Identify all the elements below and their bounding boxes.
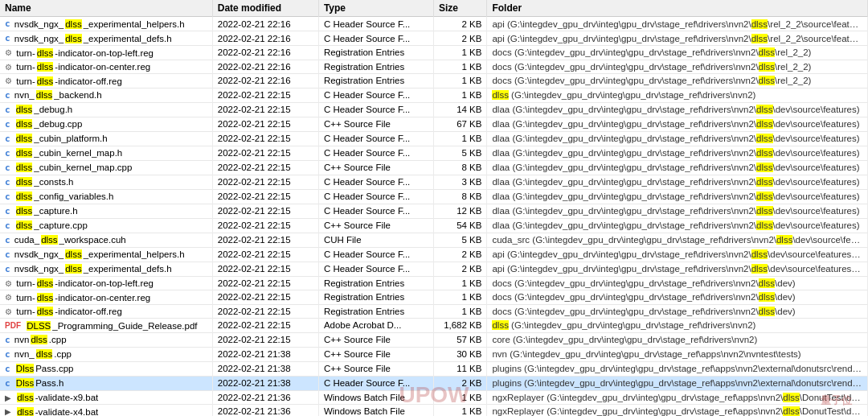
table-row[interactable]: c DlssPass.cpp2022-02-21 21:38C++ Source… xyxy=(0,361,868,376)
table-row[interactable]: c DlssPass.h2022-02-21 21:38C Header Sou… xyxy=(0,376,868,390)
file-date-cell: 2022-02-21 22:16 xyxy=(212,46,318,60)
file-folder-cell: api (G:\integdev_gpu_drv\integ\gpu_drv\s… xyxy=(487,17,868,31)
file-type-cell: C Header Source F... xyxy=(318,262,433,276)
file-type-cell: C++ Source File xyxy=(318,332,433,347)
table-row[interactable]: ⚙ turn-dlss-indicator-on-center.reg2022-… xyxy=(0,290,868,305)
file-size-cell: 1 KB xyxy=(434,290,487,305)
file-folder-cell: docs (G:\integdev_gpu_drv\integ\gpu_drv\… xyxy=(487,304,868,319)
table-row[interactable]: c cuda_dlss_workspace.cuh2022-02-21 22:1… xyxy=(0,233,868,247)
file-name-cell[interactable]: ⚙ turn-dlss-indicator-off.reg xyxy=(0,74,212,89)
table-row[interactable]: c nvsdk_ngx_dlss_experimental_helpers.h2… xyxy=(0,247,868,262)
file-name-cell[interactable]: c dlss_capture.h xyxy=(0,204,212,218)
file-size-cell: 1,682 KB xyxy=(434,319,487,333)
table-row[interactable]: c dlss_debug.cpp2022-02-21 22:15C++ Sour… xyxy=(0,117,868,131)
table-row[interactable]: c dlss_cubin_kernel_map.h2022-02-21 22:1… xyxy=(0,146,868,160)
file-folder-cell: nvn (G:\integdev_gpu_drv\integ\gpu_drv\s… xyxy=(487,347,868,361)
table-row[interactable]: c nvn_dlss_backend.h2022-02-21 22:15C He… xyxy=(0,88,868,102)
file-name-cell[interactable]: c dlss_capture.cpp xyxy=(0,218,212,233)
file-date-cell: 2022-02-21 22:15 xyxy=(212,262,318,276)
file-size-cell: 2 KB xyxy=(434,376,487,390)
file-name-cell[interactable]: c DlssPass.h xyxy=(0,376,212,390)
file-name-cell[interactable]: ▶ dlss-validate-x4.bat xyxy=(0,405,212,417)
file-name-cell[interactable]: c nvn_dlss.cpp xyxy=(0,347,212,361)
table-row[interactable]: ⚙ turn-dlss-indicator-on-top-left.reg202… xyxy=(0,46,868,60)
file-size-cell: 14 KB xyxy=(434,102,487,117)
file-size-cell: 3 KB xyxy=(434,175,487,189)
file-date-cell: 2022-02-21 22:15 xyxy=(212,319,318,333)
file-name-cell[interactable]: ⚙ turn-dlss-indicator-on-top-left.reg xyxy=(0,46,212,60)
file-date-cell: 2022-02-21 22:15 xyxy=(212,304,318,319)
file-folder-cell: plugins (G:\integdev_gpu_drv\integ\gpu_d… xyxy=(487,376,868,390)
table-row[interactable]: ⚙ turn-dlss-indicator-on-center.reg2022-… xyxy=(0,60,868,74)
file-type-cell: C Header Source F... xyxy=(318,31,433,46)
file-size-cell: 2 KB xyxy=(434,247,487,262)
table-row[interactable]: ⚙ turn-dlss-indicator-off.reg2022-02-21 … xyxy=(0,74,868,89)
file-list-table: Name Date modified Type Size Folder c nv… xyxy=(0,0,868,416)
table-row[interactable]: c dlss_debug.h2022-02-21 22:15C Header S… xyxy=(0,102,868,117)
table-row[interactable]: c dlss_capture.h2022-02-21 22:15C Header… xyxy=(0,204,868,218)
file-name-cell[interactable]: c nvsdk_ngx_dlss_experimental_helpers.h xyxy=(0,247,212,262)
file-type-cell: C++ Source File xyxy=(318,117,433,131)
file-size-cell: 5 KB xyxy=(434,146,487,160)
file-name-cell[interactable]: ⚙ turn-dlss-indicator-on-top-left.reg xyxy=(0,276,212,290)
file-name-cell[interactable]: c dlss_cubin_platform.h xyxy=(0,131,212,146)
col-header-type[interactable]: Type xyxy=(318,0,433,17)
file-size-cell: 1 KB xyxy=(434,276,487,290)
file-size-cell: 1 KB xyxy=(434,74,487,89)
col-header-folder[interactable]: Folder xyxy=(487,0,868,17)
file-name-cell[interactable]: c nvsdk_ngx_dlss_experimental_helpers.h xyxy=(0,17,212,31)
table-row[interactable]: c dlss_cubin_kernel_map.cpp2022-02-21 22… xyxy=(0,160,868,175)
table-row[interactable]: c dlss_cubin_platform.h2022-02-21 22:15C… xyxy=(0,131,868,146)
file-type-cell: Registration Entries xyxy=(318,304,433,319)
file-date-cell: 2022-02-21 22:15 xyxy=(212,88,318,102)
file-name-cell[interactable]: c dlss_config_variables.h xyxy=(0,189,212,204)
table-row[interactable]: c dlss_consts.h2022-02-21 22:15C Header … xyxy=(0,175,868,189)
table-row[interactable]: c nvsdk_ngx_dlss_experimental_defs.h2022… xyxy=(0,262,868,276)
file-name-cell[interactable]: c nvndlss.cpp xyxy=(0,332,212,347)
file-name-cell[interactable]: c nvsdk_ngx_dlss_experimental_defs.h xyxy=(0,262,212,276)
file-name-cell[interactable]: c DlssPass.cpp xyxy=(0,361,212,376)
file-date-cell: 2022-02-21 22:15 xyxy=(212,117,318,131)
file-size-cell: 8 KB xyxy=(434,189,487,204)
file-size-cell: 54 KB xyxy=(434,218,487,233)
file-folder-cell: api (G:\integdev_gpu_drv\integ\gpu_drv\s… xyxy=(487,247,868,262)
table-row[interactable]: c nvsdk_ngx_dlss_experimental_helpers.h2… xyxy=(0,17,868,31)
file-size-cell: 2 KB xyxy=(434,262,487,276)
file-name-cell[interactable]: c cuda_dlss_workspace.cuh xyxy=(0,233,212,247)
table-row[interactable]: c nvsdk_ngx_dlss_experimental_defs.h2022… xyxy=(0,31,868,46)
table-row[interactable]: c nvn_dlss.cpp2022-02-21 21:38C++ Source… xyxy=(0,347,868,361)
file-type-cell: Windows Batch File xyxy=(318,405,433,417)
table-row[interactable]: ▶ dlss-validate-x4.bat2022-02-21 21:36Wi… xyxy=(0,405,868,417)
file-name-cell[interactable]: ⚙ turn-dlss-indicator-off.reg xyxy=(0,304,212,319)
file-folder-cell: docs (G:\integdev_gpu_drv\integ\gpu_drv\… xyxy=(487,46,868,60)
file-type-cell: Registration Entries xyxy=(318,46,433,60)
file-name-cell[interactable]: c nvn_dlss_backend.h xyxy=(0,88,212,102)
file-name-cell[interactable]: c dlss_debug.cpp xyxy=(0,117,212,131)
file-name-cell[interactable]: PDF DLSS_Programming_Guide_Release.pdf xyxy=(0,319,212,333)
file-name-cell[interactable]: c dlss_debug.h xyxy=(0,102,212,117)
file-name-cell[interactable]: c dlss_cubin_kernel_map.cpp xyxy=(0,160,212,175)
file-type-cell: C Header Source F... xyxy=(318,17,433,31)
table-row[interactable]: c dlss_capture.cpp2022-02-21 22:15C++ So… xyxy=(0,218,868,233)
table-row[interactable]: PDF DLSS_Programming_Guide_Release.pdf20… xyxy=(0,319,868,333)
file-type-cell: C Header Source F... xyxy=(318,102,433,117)
file-name-cell[interactable]: c nvsdk_ngx_dlss_experimental_defs.h xyxy=(0,31,212,46)
table-row[interactable]: c nvndlss.cpp2022-02-21 22:15C++ Source … xyxy=(0,332,868,347)
file-name-cell[interactable]: ▶ dlss-validate-x9.bat xyxy=(0,390,212,405)
col-header-size[interactable]: Size xyxy=(434,0,487,17)
file-name-cell[interactable]: ⚙ turn-dlss-indicator-on-center.reg xyxy=(0,60,212,74)
table-row[interactable]: ⚙ turn-dlss-indicator-off.reg2022-02-21 … xyxy=(0,304,868,319)
table-row[interactable]: ▶ dlss-validate-x9.bat2022-02-21 21:36Wi… xyxy=(0,390,868,405)
col-header-date[interactable]: Date modified xyxy=(212,0,318,17)
file-folder-cell: dlaa (G:\integdev_gpu_drv\integ\gpu_drv\… xyxy=(487,204,868,218)
col-header-name[interactable]: Name xyxy=(0,0,212,17)
file-name-cell[interactable]: ⚙ turn-dlss-indicator-on-center.reg xyxy=(0,290,212,305)
table-row[interactable]: ⚙ turn-dlss-indicator-on-top-left.reg202… xyxy=(0,276,868,290)
file-folder-cell: docs (G:\integdev_gpu_drv\integ\gpu_drv\… xyxy=(487,290,868,305)
file-date-cell: 2022-02-21 22:15 xyxy=(212,175,318,189)
file-date-cell: 2022-02-21 22:16 xyxy=(212,31,318,46)
file-type-cell: C++ Source File xyxy=(318,361,433,376)
file-name-cell[interactable]: c dlss_consts.h xyxy=(0,175,212,189)
file-name-cell[interactable]: c dlss_cubin_kernel_map.h xyxy=(0,146,212,160)
table-row[interactable]: c dlss_config_variables.h2022-02-21 22:1… xyxy=(0,189,868,204)
